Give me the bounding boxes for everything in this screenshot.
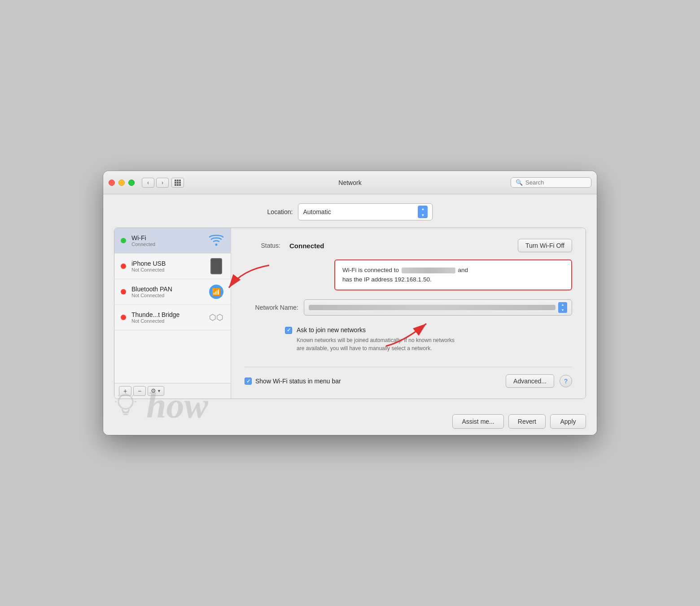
ask-join-checkbox[interactable]: ✓ [285, 327, 292, 334]
thunderbolt-icon: ⬡⬡ [208, 309, 224, 325]
info-box: Wi-Fi is connected to and has the IP add… [334, 259, 572, 290]
show-wifi-row: ✓ Show Wi-Fi status in menu bar [245, 377, 341, 385]
iphone-icon-container [208, 258, 224, 274]
show-wifi-checkbox[interactable]: ✓ [245, 378, 252, 385]
show-wifi-checkmark: ✓ [246, 378, 250, 384]
revert-button[interactable]: Revert [508, 414, 546, 429]
minimize-button[interactable] [118, 180, 125, 186]
location-row: Location: Automatic ▲ ▼ [114, 202, 586, 222]
sidebar-item-thunderbolt-info: Thunde...t Bridge Not Connected [131, 311, 203, 324]
bluetooth-icon-container: 📶 [208, 284, 224, 300]
wifi-icon-svg [209, 234, 223, 247]
grid-view-button[interactable] [171, 178, 184, 188]
maximize-button[interactable] [128, 180, 135, 186]
svg-point-3 [118, 395, 133, 409]
sidebar-list: Wi-Fi Connected [114, 228, 231, 383]
help-button[interactable]: ? [560, 375, 572, 387]
watermark: how [112, 385, 208, 426]
sidebar-item-wifi-status: Connected [131, 242, 203, 247]
search-input[interactable] [525, 179, 586, 186]
status-row: Status: Connected Turn Wi-Fi Off [245, 239, 572, 252]
checkbox-checkmark: ✓ [287, 327, 291, 333]
watermark-text: how [146, 385, 208, 426]
main-panel: Wi-Fi Connected [114, 228, 586, 399]
svg-point-0 [215, 244, 218, 246]
bluetooth-icon: 📶 [209, 285, 223, 299]
sidebar-item-thunderbolt-name: Thunde...t Bridge [131, 311, 203, 318]
sidebar-item-bluetooth-name: Bluetooth PAN [131, 285, 203, 293]
sidebar-item-wifi-info: Wi-Fi Connected [131, 234, 203, 247]
close-button[interactable] [109, 180, 115, 186]
network-stepper-down[interactable]: ▼ [558, 307, 567, 313]
sidebar-item-wifi[interactable]: Wi-Fi Connected [114, 228, 231, 254]
location-value: Automatic [303, 208, 331, 215]
advanced-button[interactable]: Advanced... [506, 374, 554, 388]
traffic-lights [109, 180, 135, 186]
nav-buttons: ‹ › [142, 178, 169, 188]
blurred-ssid [402, 268, 455, 273]
iphone-icon [210, 258, 222, 274]
status-dot-thunderbolt [121, 315, 126, 320]
search-icon: 🔍 [516, 179, 523, 186]
stepper-up[interactable]: ▲ [418, 206, 428, 212]
assist-me-button[interactable]: Assist me... [452, 414, 503, 429]
window-title: Network [338, 179, 361, 186]
main-window: ‹ › Network 🔍 Location: Automatic ▲ ▼ [103, 171, 597, 435]
sidebar-item-bluetooth-status: Not Connected [131, 293, 203, 298]
sidebar: Wi-Fi Connected [114, 228, 231, 399]
sidebar-item-iphone-status: Not Connected [131, 267, 203, 272]
ask-join-label: Ask to join new networks [297, 326, 458, 334]
search-bar[interactable]: 🔍 [511, 177, 591, 188]
detail-panel: Status: Connected Turn Wi-Fi Off Wi-Fi i… [231, 228, 586, 399]
info-text-part3: has the IP address 192.168.1.50. [342, 276, 432, 283]
sidebar-item-thunderbolt-status: Not Connected [131, 318, 203, 324]
sidebar-item-iphone-name: iPhone USB [131, 260, 203, 267]
status-value: Connected [289, 242, 324, 250]
network-name-row: Network Name: ▲ ▼ [245, 299, 572, 316]
ask-join-desc: Known networks will be joined automatica… [297, 336, 458, 352]
sidebar-item-bluetooth-info: Bluetooth PAN Not Connected [131, 285, 203, 298]
svg-line-7 [118, 395, 119, 396]
forward-button[interactable]: › [156, 178, 169, 188]
status-dot-wifi [121, 238, 126, 243]
sidebar-item-thunderbolt[interactable]: Thunde...t Bridge Not Connected ⬡⬡ [114, 305, 231, 330]
sidebar-item-wifi-name: Wi-Fi [131, 234, 203, 242]
wifi-icon [208, 233, 224, 249]
sidebar-item-iphone[interactable]: iPhone USB Not Connected [114, 254, 231, 279]
content-area: Location: Automatic ▲ ▼ Wi-Fi [103, 194, 597, 408]
ask-join-row: ✓ Ask to join new networks Known network… [285, 326, 572, 352]
stepper-down[interactable]: ▼ [418, 212, 428, 218]
lightbulb-icon [112, 392, 139, 419]
titlebar: ‹ › Network 🔍 [103, 171, 597, 194]
status-dot-bluetooth [121, 289, 126, 294]
sidebar-item-iphone-info: iPhone USB Not Connected [131, 260, 203, 272]
location-stepper[interactable]: ▲ ▼ [418, 206, 428, 218]
info-text-part1: Wi-Fi is connected to [342, 267, 401, 273]
sidebar-item-bluetooth[interactable]: Bluetooth PAN Not Connected 📶 [114, 279, 231, 305]
blurred-network-name [309, 305, 556, 310]
network-name-field[interactable]: ▲ ▼ [304, 299, 572, 316]
network-name-stepper[interactable]: ▲ ▼ [558, 302, 567, 313]
location-label: Location: [267, 208, 293, 215]
info-text-part2: and [458, 267, 468, 273]
apply-button[interactable]: Apply [550, 414, 586, 429]
bottom-actions: ✓ Show Wi-Fi status in menu bar Advanced… [245, 367, 572, 388]
ask-join-content: Ask to join new networks Known networks … [297, 326, 458, 352]
status-dot-iphone [121, 263, 126, 269]
status-label: Status: [245, 242, 280, 249]
show-wifi-label: Show Wi-Fi status in menu bar [255, 378, 341, 385]
back-button[interactable]: ‹ [142, 178, 154, 188]
turn-wifi-off-button[interactable]: Turn Wi-Fi Off [518, 239, 572, 252]
info-box-wrapper: Wi-Fi is connected to and has the IP add… [289, 259, 572, 290]
grid-icon [175, 180, 181, 186]
network-stepper-up[interactable]: ▲ [558, 302, 567, 307]
location-select[interactable]: Automatic ▲ ▼ [298, 203, 433, 220]
network-name-label: Network Name: [245, 304, 298, 311]
svg-line-5 [132, 395, 133, 396]
